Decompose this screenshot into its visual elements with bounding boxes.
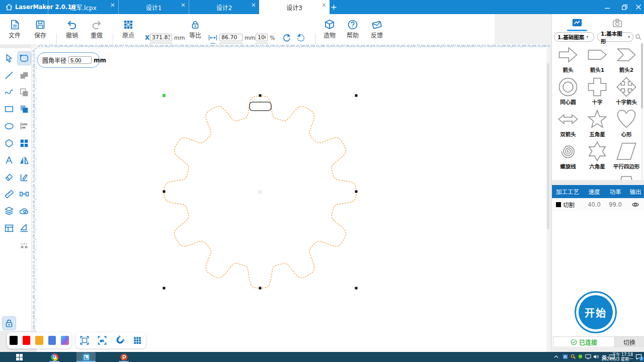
library-shape-heart[interactable]: 心形	[612, 108, 641, 140]
process-table-row[interactable]: 切割 40.0 99.0	[552, 198, 644, 211]
document-tab-active[interactable]: 设计3	[259, 0, 330, 14]
library-scrollbar[interactable]	[641, 43, 643, 180]
library-shape-arrow2[interactable]: 箭头2	[612, 43, 641, 75]
curve-tool[interactable]	[2, 85, 16, 100]
layout-tool[interactable]	[2, 221, 16, 235]
selection-handle[interactable]	[355, 287, 358, 290]
library-shape-arrow[interactable]: 箭头	[553, 43, 583, 75]
selection-handle[interactable]	[163, 287, 166, 290]
frame-select-icon[interactable]	[79, 335, 90, 345]
speed-value[interactable]: 40.0	[584, 201, 604, 208]
redo-button[interactable]: 重做	[86, 19, 107, 39]
home-icon[interactable]	[5, 3, 13, 11]
library-shape-partial[interactable]	[553, 172, 583, 180]
library-shape-concentric[interactable]: 同心圆	[553, 75, 583, 108]
scrollbar-thumb[interactable]	[547, 63, 549, 229]
lock-tool[interactable]	[2, 316, 16, 330]
align-tool[interactable]	[17, 119, 31, 133]
fillet-tool[interactable]	[17, 51, 31, 65]
rectangle-tool[interactable]	[2, 102, 16, 116]
tray-volume-icon[interactable]	[593, 354, 599, 359]
selection-handle[interactable]	[259, 287, 262, 290]
new-tab-button[interactable]	[331, 5, 337, 10]
polygon-tool[interactable]	[2, 136, 16, 150]
document-tab[interactable]: 设计1	[118, 0, 189, 14]
lasermaker-taskbar-button[interactable]	[76, 352, 96, 362]
tray-messenger-icon[interactable]	[578, 354, 583, 359]
selection-handle[interactable]	[163, 191, 166, 193]
start-button[interactable]: 开始	[575, 291, 617, 333]
library-shape-partial[interactable]	[583, 172, 612, 180]
origin-button[interactable]: 原点	[118, 19, 139, 39]
canvas-scrollbar[interactable]	[546, 48, 550, 352]
pattern-category-dropdown[interactable]: 1.基础图案▾	[554, 32, 594, 42]
selection-handle[interactable]	[355, 191, 358, 193]
ruler-tool[interactable]	[2, 187, 16, 201]
selected-slot-shape[interactable]	[250, 102, 271, 111]
rotate-cw-icon[interactable]	[296, 33, 306, 43]
tray-display-icon[interactable]	[585, 354, 591, 359]
layer-color-swatch[interactable]	[556, 202, 561, 207]
tray-key-icon[interactable]	[571, 354, 576, 359]
snap-magnet-icon[interactable]	[115, 335, 125, 345]
x-position-input[interactable]	[150, 34, 172, 41]
text-tool[interactable]	[2, 153, 16, 167]
rotate-ccw-icon[interactable]	[282, 33, 292, 43]
distribute-tool[interactable]	[17, 187, 31, 201]
selection-handle-origin[interactable]	[163, 94, 166, 97]
group-tool[interactable]	[17, 136, 31, 150]
drawing-canvas[interactable]	[37, 48, 546, 352]
width-input[interactable]	[219, 34, 243, 41]
powerpoint-taskbar-button[interactable]	[118, 352, 130, 362]
library-shape-parallelogram[interactable]: 平行四边形	[612, 140, 641, 172]
selection-handle[interactable]	[355, 95, 358, 97]
layers-tool[interactable]	[2, 204, 16, 218]
grid-toggle-icon[interactable]	[132, 335, 142, 345]
selection-handle[interactable]	[259, 95, 262, 97]
eraser-tool[interactable]	[2, 170, 16, 185]
tab-close-icon[interactable]	[111, 3, 115, 7]
taskbar-clock[interactable]: 下午 17:18 2024/6/3 星期一	[602, 352, 633, 361]
undo-button[interactable]: 撤销	[61, 19, 83, 39]
output-eye-icon[interactable]	[631, 201, 639, 208]
library-shape-spiral[interactable]: 螺旋线	[553, 140, 583, 172]
library-shape-double-arrow[interactable]: 双箭头	[553, 108, 583, 140]
color-swatch-orange[interactable]	[35, 336, 43, 345]
tray-app-icon[interactable]	[562, 354, 568, 359]
subtract-tool[interactable]	[17, 85, 31, 100]
color-swatch-gradient[interactable]	[61, 336, 69, 345]
library-shape-arrow1[interactable]: 箭头1	[583, 43, 612, 75]
scrollbar-thumb[interactable]	[641, 43, 643, 109]
ellipse-tool[interactable]	[2, 119, 16, 133]
document-tab[interactable]: 设计2	[189, 0, 259, 14]
help-button[interactable]: 帮助	[342, 19, 363, 39]
union-tool[interactable]	[17, 68, 31, 82]
feedback-button[interactable]: 反馈	[366, 19, 387, 39]
shape-category-dropdown[interactable]: 1.基本图形▾	[597, 32, 633, 42]
file-button[interactable]: 文件	[4, 19, 25, 39]
switch-device-button[interactable]: 切换	[614, 337, 644, 347]
close-button[interactable]	[631, 0, 644, 14]
corner-measure-tool[interactable]	[17, 170, 31, 185]
fit-selection-icon[interactable]	[97, 335, 107, 345]
break-tool[interactable]	[17, 238, 31, 252]
tray-expand-icon[interactable]	[553, 354, 559, 359]
browser-taskbar-button[interactable]	[48, 352, 60, 362]
library-shape-partial[interactable]	[612, 172, 641, 180]
document-tab[interactable]: 冠军.lcpx	[48, 0, 118, 14]
library-shape-cross-arrow[interactable]: 十字箭头	[612, 75, 641, 108]
minimize-button[interactable]	[600, 0, 615, 14]
line-tool[interactable]	[2, 68, 16, 82]
tab-close-icon[interactable]	[322, 3, 326, 7]
pen-tool[interactable]	[17, 221, 31, 235]
maximize-button[interactable]	[617, 0, 632, 14]
power-value[interactable]: 99.0	[604, 201, 626, 208]
library-shape-cross[interactable]: 十字	[583, 75, 612, 108]
select-tool[interactable]	[2, 51, 16, 65]
mirror-tool[interactable]	[17, 153, 31, 167]
intersect-tool[interactable]	[17, 102, 31, 116]
color-swatch-blue[interactable]	[48, 336, 56, 345]
library-shape-star6[interactable]: 六角星	[583, 140, 612, 172]
library-shape-star5[interactable]: 五角星	[583, 108, 612, 140]
start-menu-button[interactable]	[13, 352, 25, 362]
